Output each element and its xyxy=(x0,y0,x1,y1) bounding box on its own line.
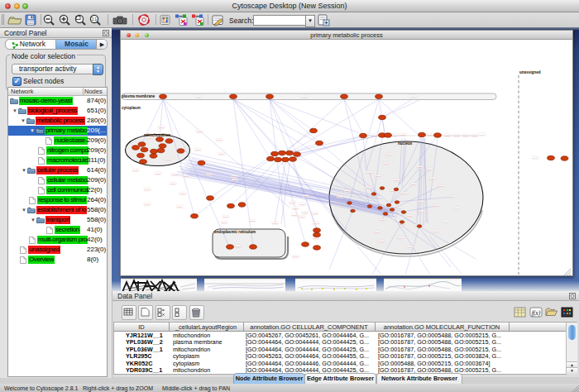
svg-text:(xxxx): (xxxx) xyxy=(177,206,183,208)
svg-text:(xxxx): (xxxx) xyxy=(395,179,400,182)
svg-text:(xxxx): (xxxx) xyxy=(345,190,351,193)
svg-text:endoplasmic reticulum: endoplasmic reticulum xyxy=(214,230,256,234)
svg-text:(xxxx): (xxxx) xyxy=(313,213,318,215)
svg-text:(xxxx): (xxxx) xyxy=(443,221,448,223)
svg-text:(xxxx): (xxxx) xyxy=(337,196,343,198)
svg-text:(xxxx): (xxxx) xyxy=(222,222,227,224)
svg-text:(xxxx): (xxxx) xyxy=(147,137,153,140)
svg-text:(xxxx): (xxxx) xyxy=(207,174,213,176)
svg-text:(xxxx): (xxxx) xyxy=(418,166,423,169)
svg-text:nucleus: nucleus xyxy=(398,141,413,146)
svg-text:(xxxx): (xxxx) xyxy=(400,134,406,136)
svg-text:1:1: 1:1 xyxy=(92,17,98,22)
svg-text:(xxxx): (xxxx) xyxy=(428,134,433,136)
svg-text:(xxxx): (xxxx) xyxy=(304,195,309,198)
svg-text:unassigned: unassigned xyxy=(519,70,541,74)
svg-text:(xxxx): (xxxx) xyxy=(236,246,242,248)
svg-text:(xxxx): (xxxx) xyxy=(196,96,202,98)
svg-text:(xxxx): (xxxx) xyxy=(145,189,151,191)
svg-text:(xxxx): (xxxx) xyxy=(428,169,433,171)
svg-text:(xxxx): (xxxx) xyxy=(290,202,296,204)
svg-text:(xxxx): (xxxx) xyxy=(407,215,413,218)
svg-text:(xxxx): (xxxx) xyxy=(398,237,404,240)
svg-text:(xxxx): (xxxx) xyxy=(180,193,186,195)
svg-text:(xxxx): (xxxx) xyxy=(292,214,298,217)
svg-text:(xxxx): (xxxx) xyxy=(232,179,238,182)
svg-text:(xxxx): (xxxx) xyxy=(145,203,151,206)
svg-text:mitochondrion: mitochondrion xyxy=(144,133,170,137)
svg-text:(xxxx): (xxxx) xyxy=(219,153,225,155)
svg-text:(xxxx): (xxxx) xyxy=(433,231,439,233)
svg-text:(xxxx): (xxxx) xyxy=(172,174,178,176)
svg-text:(xxxx): (xxxx) xyxy=(156,173,161,175)
svg-text:(xxxx): (xxxx) xyxy=(380,219,385,222)
svg-text:(xxxx): (xxxx) xyxy=(313,222,319,225)
svg-text:(xxxx): (xxxx) xyxy=(433,205,439,208)
svg-text:(xxxx): (xxxx) xyxy=(184,175,189,178)
svg-text:(xxxx): (xxxx) xyxy=(411,184,417,186)
svg-text:f(x): f(x) xyxy=(532,309,541,317)
svg-text:(xxxx): (xxxx) xyxy=(232,175,237,178)
svg-text:(xxxx): (xxxx) xyxy=(480,134,486,136)
svg-text:(xxxx): (xxxx) xyxy=(384,163,390,165)
svg-text:(xxxx): (xxxx) xyxy=(376,175,381,178)
svg-text:(xxxx): (xxxx) xyxy=(419,201,424,203)
svg-text:(xxxx): (xxxx) xyxy=(455,208,461,210)
svg-text:cytoplasm: cytoplasm xyxy=(122,106,141,110)
svg-text:(xxxx): (xxxx) xyxy=(302,212,308,214)
svg-text:(xxxx): (xxxx) xyxy=(133,170,139,172)
svg-text:(xxxx): (xxxx) xyxy=(386,154,392,156)
svg-text:(xxxx): (xxxx) xyxy=(533,157,538,160)
svg-text:(xxxx): (xxxx) xyxy=(170,183,176,185)
svg-text:(xxxx): (xxxx) xyxy=(250,220,256,222)
svg-text:(xxxx): (xxxx) xyxy=(454,135,460,137)
svg-text:(xxxx): (xxxx) xyxy=(438,185,444,188)
svg-text:(xxxx): (xxxx) xyxy=(463,135,469,137)
svg-text:(xxxx): (xxxx) xyxy=(379,241,385,243)
svg-text:(xxxx): (xxxx) xyxy=(217,139,223,141)
svg-text:(xxxx): (xxxx) xyxy=(313,237,319,240)
svg-text:(xxxx): (xxxx) xyxy=(375,232,380,234)
svg-text:(xxxx): (xxxx) xyxy=(293,256,299,258)
svg-text:(xxxx): (xxxx) xyxy=(366,187,371,189)
svg-text:plasma membrane: plasma membrane xyxy=(122,94,156,98)
svg-text:(xxxx): (xxxx) xyxy=(411,96,417,98)
svg-text:(xxxx): (xxxx) xyxy=(472,135,478,137)
svg-text:(xxxx): (xxxx) xyxy=(299,216,305,218)
svg-text:(xxxx): (xxxx) xyxy=(408,246,414,249)
svg-text:(xxxx): (xxxx) xyxy=(293,208,299,210)
svg-text:(xxxx): (xxxx) xyxy=(299,203,305,206)
svg-text:(xxxx): (xxxx) xyxy=(272,222,278,225)
svg-text:(xxxx): (xxxx) xyxy=(165,159,171,161)
svg-text:(xxxx): (xxxx) xyxy=(159,127,165,129)
svg-text:(xxxx): (xxxx) xyxy=(302,96,308,98)
svg-text:(xxxx): (xxxx) xyxy=(223,216,229,218)
svg-text:(xxxx): (xxxx) xyxy=(403,193,409,195)
svg-text:(xxxx): (xxxx) xyxy=(419,211,425,213)
svg-text:(xxxx): (xxxx) xyxy=(430,178,436,180)
svg-text:(xxxx): (xxxx) xyxy=(197,131,203,133)
svg-text:(xxxx): (xxxx) xyxy=(195,149,201,151)
svg-text:(xxxx): (xxxx) xyxy=(367,172,373,174)
svg-text:(xxxx): (xxxx) xyxy=(452,196,457,198)
